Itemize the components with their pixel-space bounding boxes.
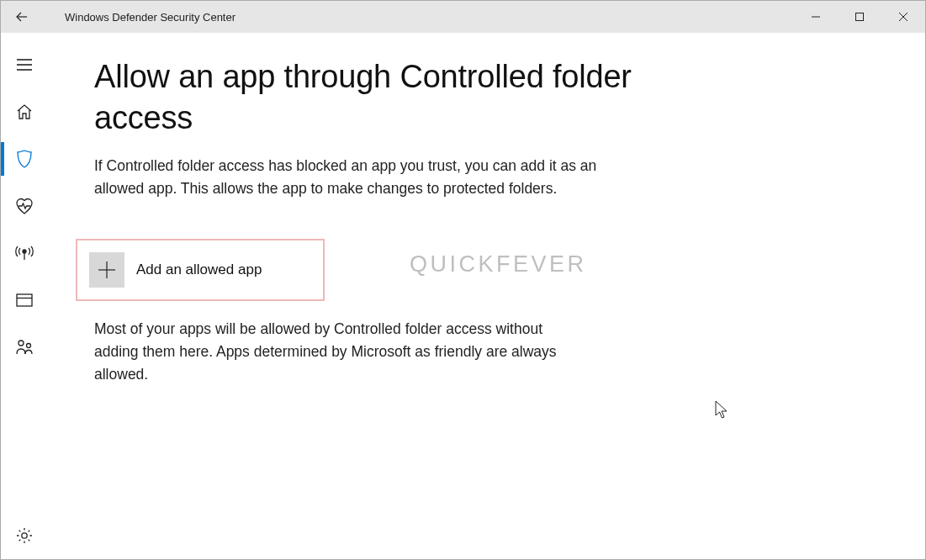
minimize-icon xyxy=(811,12,821,22)
hamburger-icon xyxy=(16,58,33,71)
watermark-overlay: QUICKFEVER xyxy=(410,251,587,277)
add-allowed-app-button[interactable]: Add an allowed app xyxy=(89,252,310,288)
highlight-frame: Add an allowed app xyxy=(76,239,325,301)
page-description: If Controlled folder access has blocked … xyxy=(94,155,616,200)
plus-box xyxy=(89,252,124,288)
app-control-icon xyxy=(15,292,34,309)
maximize-icon xyxy=(855,12,865,22)
broadcast-icon xyxy=(14,244,34,262)
sidebar-item-device-performance[interactable] xyxy=(1,182,48,230)
svg-point-12 xyxy=(19,341,24,346)
content-area: Allow an app through Controlled folder a… xyxy=(48,33,925,559)
family-icon xyxy=(14,338,34,357)
cursor-icon xyxy=(715,400,730,420)
plus-icon xyxy=(96,259,118,281)
svg-rect-2 xyxy=(856,13,864,21)
close-button[interactable] xyxy=(881,1,925,33)
sidebar-item-virus-protection[interactable] xyxy=(1,135,48,182)
app-title: Windows Defender Security Center xyxy=(65,11,235,24)
note-text: Most of your apps will be allowed by Con… xyxy=(94,318,578,386)
heart-pulse-icon xyxy=(14,197,34,215)
back-arrow-icon xyxy=(14,9,29,24)
body-area: Allow an app through Controlled folder a… xyxy=(1,33,925,559)
sidebar-item-firewall[interactable] xyxy=(1,230,48,277)
sidebar-menu-button[interactable] xyxy=(1,41,48,88)
svg-rect-10 xyxy=(17,294,32,306)
sidebar-item-app-browser[interactable] xyxy=(1,277,48,324)
close-icon xyxy=(898,12,908,22)
svg-point-8 xyxy=(23,250,26,253)
minimize-button[interactable] xyxy=(794,1,838,33)
home-icon xyxy=(15,103,34,121)
window-controls xyxy=(794,1,925,33)
sidebar-item-home[interactable] xyxy=(1,88,48,135)
back-button[interactable] xyxy=(1,1,43,33)
svg-point-13 xyxy=(27,344,31,348)
svg-point-14 xyxy=(22,533,27,538)
gear-icon xyxy=(15,526,34,545)
titlebar: Windows Defender Security Center xyxy=(1,1,925,33)
maximize-button[interactable] xyxy=(838,1,881,33)
sidebar-item-settings[interactable] xyxy=(1,512,48,559)
add-button-label: Add an allowed app xyxy=(136,262,262,278)
sidebar-item-family[interactable] xyxy=(1,324,48,371)
sidebar xyxy=(1,33,48,559)
shield-icon xyxy=(15,149,34,169)
page-title: Allow an app through Controlled folder a… xyxy=(94,56,641,140)
